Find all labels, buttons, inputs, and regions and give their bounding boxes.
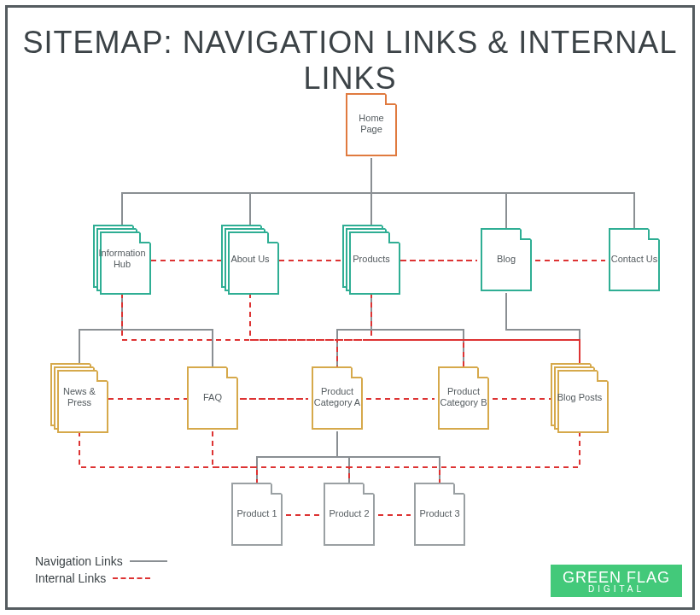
page-icon: [308, 363, 366, 431]
internal-link: [250, 293, 464, 366]
diagram-title: SITEMAP: NAVIGATION LINKS & INTERNAL LIN…: [8, 25, 692, 97]
page-icon: [435, 363, 493, 431]
node-prod2: Product 2: [320, 479, 378, 548]
brand-line1: GREEN FLAG: [563, 570, 670, 585]
page-icon: [221, 225, 279, 293]
page-icon: [551, 363, 609, 431]
legend-nav-line: [130, 560, 167, 562]
node-contact: Contact Us: [605, 225, 663, 293]
internal-link: [250, 293, 337, 366]
nav-link: [79, 293, 122, 366]
legend-internal-label: Internal Links: [35, 571, 106, 585]
legend-nav-label: Navigation Links: [35, 554, 123, 568]
nav-link: [337, 293, 371, 366]
legend-internal: Internal Links: [35, 571, 167, 585]
page-icon: [605, 225, 663, 293]
internal-link: [371, 293, 580, 366]
node-catA: Product Category A: [308, 363, 366, 431]
nav-link: [371, 293, 464, 366]
legend: Navigation Links Internal Links: [35, 554, 167, 589]
page-icon: [50, 363, 108, 431]
node-blog: Blog: [477, 225, 535, 293]
node-home: Home Page: [342, 90, 400, 158]
node-products: Products: [342, 225, 400, 293]
node-prod3: Product 3: [411, 479, 469, 548]
node-prod1: Product 1: [228, 479, 286, 548]
node-about: About Us: [221, 225, 279, 293]
legend-internal-line: [113, 577, 150, 579]
nav-link: [371, 158, 506, 228]
internal-link: [213, 431, 349, 483]
page-icon: [184, 363, 242, 431]
page-icon: [411, 479, 469, 548]
page-icon: [342, 90, 400, 158]
nav-link: [337, 431, 349, 483]
nav-link: [257, 431, 337, 483]
nav-link: [506, 293, 580, 366]
internal-link: [440, 431, 580, 483]
legend-nav: Navigation Links: [35, 554, 167, 568]
brand-line2: DIGITAL: [563, 585, 670, 594]
node-faq: FAQ: [184, 363, 242, 431]
node-info: Information Hub: [93, 225, 151, 293]
nav-link: [122, 293, 213, 366]
diagram-frame: { "title": "SITEMAP: NAVIGATION LINKS & …: [5, 5, 695, 610]
node-news: News & Press: [50, 363, 108, 431]
node-catB: Product Category B: [435, 363, 493, 431]
nav-link: [371, 158, 634, 228]
nav-link: [122, 158, 371, 228]
internal-link: [79, 431, 257, 483]
internal-link: [122, 293, 580, 366]
nav-link: [337, 431, 440, 483]
page-icon: [342, 225, 400, 293]
page-icon: [320, 479, 378, 548]
nav-link: [250, 158, 371, 228]
internal-link: [349, 431, 580, 483]
node-blogPosts: Blog Posts: [551, 363, 609, 431]
brand-badge: GREEN FLAG DIGITAL: [551, 565, 682, 597]
page-icon: [477, 225, 535, 293]
page-icon: [93, 225, 151, 293]
page-icon: [228, 479, 286, 548]
